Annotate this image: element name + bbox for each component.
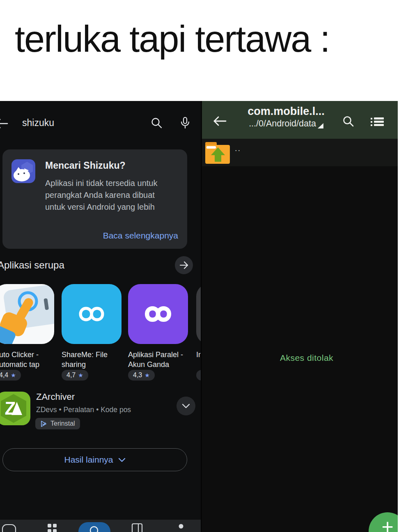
app-label[interactable]: ShareMe: Filesharing <box>62 350 129 369</box>
play-check-icon <box>40 420 47 427</box>
access-denied-message: Akses ditolak <box>218 353 395 363</box>
triangle-a-glyph <box>11 402 22 415</box>
nav-apps-icon[interactable] <box>47 523 57 532</box>
search-icon[interactable] <box>150 117 163 130</box>
app-icon-partial[interactable] <box>196 284 202 344</box>
app-icon-auto-clicker[interactable] <box>0 284 54 344</box>
path-title-block[interactable]: com.mobile.l... .../0/Android/data <box>237 105 335 129</box>
arrow-right-icon <box>179 261 189 269</box>
expand-result-button[interactable] <box>177 397 195 415</box>
infinity-icon <box>70 301 113 327</box>
rating-badge: 4★ <box>196 370 202 381</box>
app-not-available-card: Mencari Shizuku? Aplikasi ini tidak ters… <box>2 149 187 249</box>
back-arrow-icon[interactable] <box>213 116 227 126</box>
search-icon[interactable] <box>342 115 354 128</box>
rating-badge: 4,7★ <box>62 370 88 381</box>
path-dropdown-icon[interactable] <box>318 123 323 128</box>
star-icon: ★ <box>11 372 16 378</box>
back-arrow-icon[interactable] <box>0 118 8 129</box>
more-results-button[interactable]: Hasil lainnya <box>2 448 187 471</box>
meme-caption-text: terluka tapi tertawa : <box>15 18 329 60</box>
folder-up-icon <box>204 141 231 165</box>
result-app-name[interactable]: ZArchiver <box>36 392 75 402</box>
chevron-down-icon <box>182 404 190 408</box>
search-icon <box>89 525 100 532</box>
play-store-panel: shizuku <box>0 101 202 532</box>
card-body-text: Aplikasi ini tidak tersedia untuk perang… <box>45 177 174 213</box>
split-screenshots: shizuku <box>0 101 399 532</box>
card-title: Mencari Shizuku? <box>45 160 126 171</box>
rating-badge: 4,3★ <box>128 370 155 381</box>
rating-badge: 4,4★ <box>0 370 21 381</box>
plus-icon: + <box>381 516 393 532</box>
star-icon: ★ <box>144 372 150 378</box>
installed-badge: Terinstal <box>35 418 80 429</box>
zarchiver-logo: Z <box>5 399 23 417</box>
meme-caption-area: terluka tapi tertawa : <box>0 0 399 101</box>
parent-directory-row[interactable]: .. <box>202 139 398 166</box>
current-folder-title: com.mobile.l... <box>237 105 335 118</box>
nav-profile-icon[interactable] <box>176 523 186 532</box>
nav-games-icon[interactable] <box>2 523 16 532</box>
app-icon-shareme[interactable] <box>62 284 122 344</box>
read-more-link[interactable]: Baca selengkapnya <box>103 231 178 241</box>
meme-screenshot: terluka tapi tertawa : shizuku <box>0 0 399 532</box>
mic-icon[interactable] <box>180 117 190 130</box>
similar-apps-heading: Aplikasi serupa <box>0 259 64 271</box>
result-app-meta: ZDevs • Peralatan • Kode pos <box>36 406 131 414</box>
shizuku-app-icon <box>11 159 35 183</box>
star-icon: ★ <box>78 372 83 378</box>
chevron-down-icon <box>118 458 126 462</box>
file-manager-header: com.mobile.l... .../0/Android/data <box>202 101 398 139</box>
view-options-icon[interactable] <box>370 117 384 127</box>
nav-books-icon[interactable] <box>131 523 143 532</box>
infinity-icon <box>137 301 179 327</box>
similar-apps-more-button[interactable] <box>175 256 193 274</box>
add-fab-button[interactable]: + <box>369 512 398 532</box>
zarchiver-app-icon[interactable]: Z <box>0 392 30 425</box>
app-label[interactable]: Int <box>196 350 202 360</box>
search-query-input[interactable]: shizuku <box>22 117 54 128</box>
nav-search-active-tab[interactable] <box>78 522 110 532</box>
parent-directory-label: .. <box>235 144 241 153</box>
file-manager-panel: com.mobile.l... .../0/Android/data <box>202 101 398 532</box>
bottom-nav-bar <box>0 520 202 532</box>
app-icon-aplikasi-paralel[interactable] <box>128 284 188 344</box>
app-label[interactable]: Aplikasi Paralel -Akun Ganda <box>128 350 196 369</box>
current-path: .../0/Android/data <box>249 119 316 129</box>
app-label[interactable]: Auto Clicker -Automatic tap <box>0 350 62 369</box>
